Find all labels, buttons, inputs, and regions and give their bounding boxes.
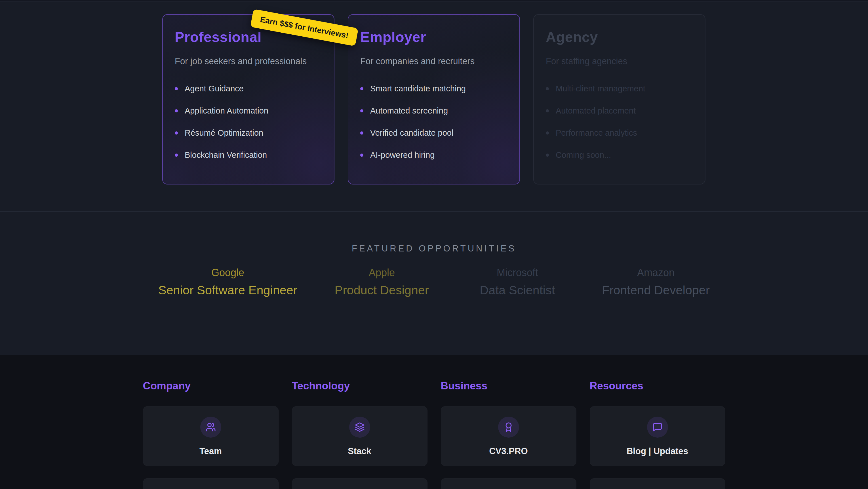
layers-icon [349,416,370,438]
plan-feature: Verified candidate pool [360,128,507,138]
footer-card-stack[interactable]: Stack [292,406,428,466]
footer-column-heading: Technology [292,380,428,392]
plan-feature-label: Agent Guidance [185,84,244,93]
job-item-amazon[interactable]: Amazon Frontend Developer [602,267,710,297]
job-company: Amazon [602,267,710,279]
plan-feature: AI-powered hiring [360,150,507,160]
job-role: Senior Software Engineer [158,283,297,297]
job-role: Frontend Developer [602,283,710,297]
plan-feature-label: Performance analytics [556,128,637,138]
award-icon [498,416,519,438]
bullet-dot-icon [546,87,549,90]
bullet-dot-icon [175,109,178,112]
plan-title: Agency [546,29,693,46]
footer-column-heading: Business [441,380,577,392]
plan-subtitle: For staffing agencies [546,56,693,66]
message-square-icon [647,416,668,438]
bullet-dot-icon [546,153,549,157]
footer-column-technology: Technology Stack [292,380,428,489]
footer-card-label: Stack [348,446,371,456]
footer-card-label: Blog | Updates [627,446,688,456]
bullet-dot-icon [175,132,178,135]
footer-card-label: CV3.PRO [489,446,528,456]
plan-card-professional[interactable]: Professional For job seekers and profess… [162,14,335,184]
plan-feature-list: Multi-client management Automated placem… [546,84,693,160]
section-spacer [0,325,868,355]
bullet-dot-icon [360,153,363,157]
footer-column-resources: Resources Blog | Updates [590,380,725,489]
job-role: Product Designer [331,283,433,297]
job-company: Google [158,267,297,279]
job-item-microsoft[interactable]: Microsoft Data Scientist [466,267,568,297]
plan-feature-label: Multi-client management [556,84,645,93]
job-role: Data Scientist [466,283,568,297]
footer-card-clipped[interactable] [292,478,428,489]
plan-feature-label: Blockchain Verification [185,150,267,160]
plan-subtitle: For companies and recruiters [360,56,507,66]
plan-feature-label: AI-powered hiring [370,150,435,160]
plan-feature-label: Automated screening [370,106,448,116]
bullet-dot-icon [360,132,363,135]
plan-feature: Automated screening [360,106,507,116]
plan-feature-label: Automated placement [556,106,636,116]
featured-jobs-carousel: Google Senior Software Engineer Apple Pr… [0,267,868,297]
plan-subtitle: For job seekers and professionals [175,56,322,66]
plans-row: Professional For job seekers and profess… [162,14,706,184]
footer-card-clipped[interactable] [143,478,279,489]
plan-feature-label: Verified candidate pool [370,128,453,138]
job-item-google[interactable]: Google Senior Software Engineer [158,267,297,297]
featured-opportunities-section: FEATURED OPPORTUNITIES Google Senior Sof… [0,211,868,325]
plan-feature: Smart candidate matching [360,84,507,93]
plan-feature-label: Résumé Optimization [185,128,263,138]
bullet-dot-icon [175,153,178,157]
bullet-dot-icon [546,132,549,135]
footer-card-label: Team [199,446,222,456]
bullet-dot-icon [360,87,363,90]
footer-column-company: Company Team [143,380,279,489]
plan-feature: Application Automation [175,106,322,116]
plan-feature: Multi-client management [546,84,693,93]
bullet-dot-icon [546,109,549,112]
plan-feature-list: Agent Guidance Application Automation Ré… [175,84,322,160]
plan-card-agency: Agency For staffing agencies Multi-clien… [533,14,706,184]
footer-column-heading: Resources [590,380,725,392]
footer-section: Company Team Technology Stack [0,355,868,489]
job-company: Microsoft [466,267,568,279]
footer-card-cv3pro[interactable]: CV3.PRO [441,406,577,466]
footer-grid: Company Team Technology Stack [143,355,725,489]
footer-column-heading: Company [143,380,279,392]
job-item-apple[interactable]: Apple Product Designer [331,267,433,297]
plan-feature: Résumé Optimization [175,128,322,138]
plan-feature-list: Smart candidate matching Automated scree… [360,84,507,160]
plan-card-employer[interactable]: Employer For companies and recruiters Sm… [348,14,520,184]
footer-card-clipped[interactable] [441,478,577,489]
footer-card-clipped[interactable] [590,478,725,489]
plan-feature-label: Coming soon... [556,150,611,160]
footer-card-team[interactable]: Team [143,406,279,466]
footer-column-business: Business CV3.PRO [441,380,577,489]
job-company: Apple [331,267,433,279]
plan-feature-label: Smart candidate matching [370,84,466,93]
plan-feature: Blockchain Verification [175,150,322,160]
footer-card-blog[interactable]: Blog | Updates [590,406,725,466]
plan-feature: Coming soon... [546,150,693,160]
plan-feature: Automated placement [546,106,693,116]
featured-heading: FEATURED OPPORTUNITIES [0,212,868,254]
plan-feature: Performance analytics [546,128,693,138]
bullet-dot-icon [360,109,363,112]
plan-title: Employer [360,29,507,46]
users-icon [200,416,221,438]
plan-feature-label: Application Automation [185,106,268,116]
bullet-dot-icon [175,87,178,90]
plan-feature: Agent Guidance [175,84,322,93]
plans-section: Earn $$$ for Interviews! Professional Fo… [0,1,868,211]
